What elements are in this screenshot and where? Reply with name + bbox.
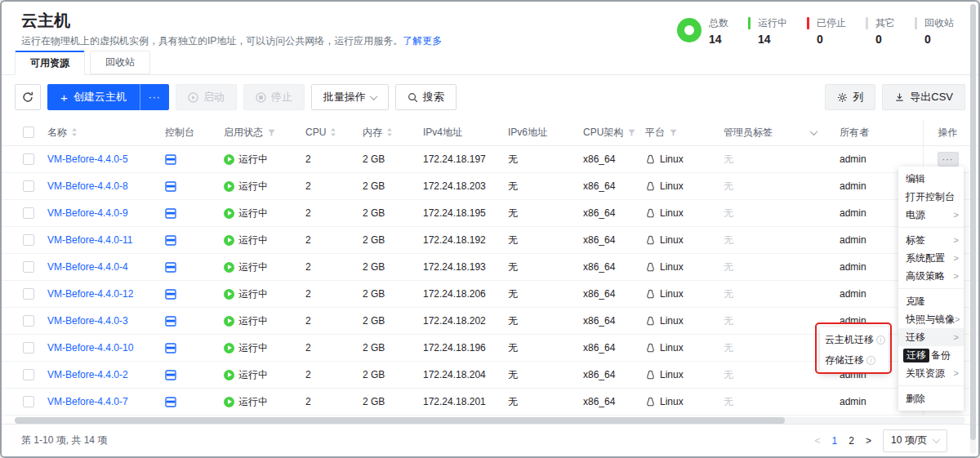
next-page-button[interactable]: >: [866, 435, 871, 447]
menu-item[interactable]: 删除 >: [898, 389, 964, 407]
page-size-select[interactable]: 10 项/页: [883, 429, 947, 452]
cell-platform: Linux: [645, 200, 724, 226]
cell-status: 运行中: [224, 173, 305, 199]
footer: 第 1-10 项, 共 14 项 < 1 2 > 10 项/页: [2, 424, 978, 456]
menu-divider: [898, 227, 964, 228]
refresh-button[interactable]: [15, 84, 41, 110]
learn-more-link[interactable]: 了解更多: [403, 35, 442, 47]
header-cell-cpu[interactable]: CPU: [305, 119, 363, 145]
create-vm-more-button[interactable]: ···: [140, 84, 169, 110]
vm-name-link[interactable]: VM-Before-4.4.0-8: [47, 180, 128, 192]
menu-item[interactable]: 迁移 >: [898, 328, 964, 346]
vm-name-link[interactable]: VM-Before-4.4.0-2: [47, 369, 128, 380]
status-text: 运行中: [238, 180, 268, 193]
row-checkbox[interactable]: [23, 180, 34, 192]
row-checkbox[interactable]: [23, 207, 34, 219]
header-cell-platform[interactable]: 平台: [645, 119, 724, 145]
row-checkbox[interactable]: [23, 342, 34, 354]
page-1-button[interactable]: 1: [832, 435, 838, 447]
vm-name-link[interactable]: VM-Before-4.4.0-10: [47, 342, 133, 354]
vertical-scrollbar-thumb[interactable]: [970, 4, 976, 440]
header-cell-arch[interactable]: CPU架构: [583, 119, 645, 145]
console-icon[interactable]: [165, 316, 176, 327]
menu-item[interactable]: 迁移 备份 >: [898, 346, 964, 364]
menu-item[interactable]: 关联资源 >: [898, 364, 964, 382]
submenu-item[interactable]: 云主机迁移 i: [820, 330, 889, 350]
row-checkbox[interactable]: [23, 234, 34, 246]
header-cell-memory[interactable]: 内存: [363, 119, 423, 145]
menu-row-wrap: 删除 >: [898, 385, 964, 407]
row-checkbox[interactable]: [23, 288, 34, 300]
vm-name-link[interactable]: VM-Before-4.4.0-12: [47, 288, 133, 300]
console-icon[interactable]: [165, 370, 176, 380]
console-icon[interactable]: [165, 154, 176, 165]
console-icon[interactable]: [165, 343, 176, 354]
vm-name-link[interactable]: VM-Before-4.4.0-11: [47, 234, 133, 246]
horizontal-scrollbar-thumb[interactable]: [15, 417, 785, 424]
chevron-down-icon[interactable]: [810, 127, 818, 136]
start-button[interactable]: 启动: [176, 84, 237, 110]
table-row: VM-Before-4.4.0-5 运行中 2 2 GB 172.24.18.1…: [2, 146, 978, 173]
menu-item[interactable]: 打开控制台 >: [898, 188, 964, 206]
filter-icon[interactable]: [267, 128, 276, 137]
console-icon[interactable]: [165, 181, 176, 192]
tab-available-resources[interactable]: 可用资源: [15, 51, 85, 75]
console-icon[interactable]: [165, 397, 176, 407]
batch-actions-button[interactable]: 批量操作: [311, 84, 389, 110]
row-checkbox[interactable]: [23, 396, 34, 407]
vm-name-link[interactable]: VM-Before-4.4.0-9: [47, 207, 128, 219]
cell-platform: Linux: [645, 254, 724, 280]
menu-row-wrap: 打开控制台 >: [898, 188, 964, 206]
console-icon[interactable]: [165, 235, 176, 246]
export-csv-button[interactable]: 导出CSV: [882, 84, 965, 110]
vm-name-link[interactable]: VM-Before-4.4.0-5: [47, 153, 128, 165]
header-cell-admin-tag[interactable]: 管理员标签: [724, 119, 840, 145]
row-checkbox[interactable]: [23, 369, 34, 380]
vm-name-link[interactable]: VM-Before-4.4.0-3: [47, 315, 128, 327]
menu-item[interactable]: 高级策略 >: [898, 267, 964, 285]
header-label-console: 控制台: [165, 126, 194, 140]
row-checkbox[interactable]: [23, 261, 34, 273]
console-icon[interactable]: [165, 289, 176, 300]
prev-page-button[interactable]: <: [815, 435, 821, 447]
cell-ipv4: 172.24.18.195: [423, 200, 508, 226]
menu-item[interactable]: 电源 >: [898, 206, 964, 224]
platform-text: Linux: [660, 369, 684, 380]
select-all-checkbox[interactable]: [23, 127, 34, 138]
menu-item[interactable]: 编辑 >: [898, 170, 964, 188]
row-actions-button[interactable]: ···: [938, 152, 959, 167]
row-actions-menu: 编辑 > 打开控制台 > 电源 >: [898, 167, 964, 411]
tab-recycle-bin[interactable]: 回收站: [90, 51, 150, 74]
row-checkbox[interactable]: [23, 315, 34, 327]
stat-label: 回收站: [924, 16, 954, 30]
vm-name-link[interactable]: VM-Before-4.4.0-4: [47, 261, 128, 273]
create-vm-button[interactable]: + 创建云主机: [47, 84, 140, 110]
sort-icon[interactable]: [330, 127, 336, 137]
console-icon[interactable]: [165, 262, 176, 273]
page-2-button[interactable]: 2: [849, 435, 854, 447]
platform-text: Linux: [660, 153, 684, 165]
vm-name-link[interactable]: VM-Before-4.4.0-7: [47, 396, 128, 407]
filter-icon[interactable]: [627, 128, 636, 137]
menu-item-label: 标签: [906, 233, 925, 247]
menu-item[interactable]: 系统配置 >: [898, 249, 964, 267]
horizontal-scrollbar[interactable]: [15, 417, 965, 424]
sort-icon[interactable]: [386, 127, 393, 137]
menu-item[interactable]: 快照与镜像 >: [898, 310, 964, 328]
columns-button[interactable]: 列: [825, 84, 875, 110]
cell-memory: 2 GB: [363, 281, 423, 307]
header-cell-name[interactable]: 名称: [47, 119, 165, 145]
submenu-item[interactable]: 存储迁移 i: [820, 350, 889, 371]
row-checkbox[interactable]: [23, 153, 34, 165]
header-label-owner: 所有者: [840, 126, 869, 140]
stop-button[interactable]: 停止: [243, 84, 305, 110]
header-cell-status[interactable]: 启用状态: [224, 119, 305, 145]
filter-icon[interactable]: [669, 128, 678, 137]
search-button[interactable]: 搜索: [395, 84, 457, 110]
menu-item[interactable]: 标签 >: [898, 231, 964, 249]
status-text: 运行中: [238, 368, 268, 382]
vertical-scrollbar[interactable]: [970, 4, 976, 454]
console-icon[interactable]: [165, 208, 176, 219]
sort-icon[interactable]: [71, 127, 78, 137]
menu-item[interactable]: 克隆 >: [898, 292, 964, 310]
